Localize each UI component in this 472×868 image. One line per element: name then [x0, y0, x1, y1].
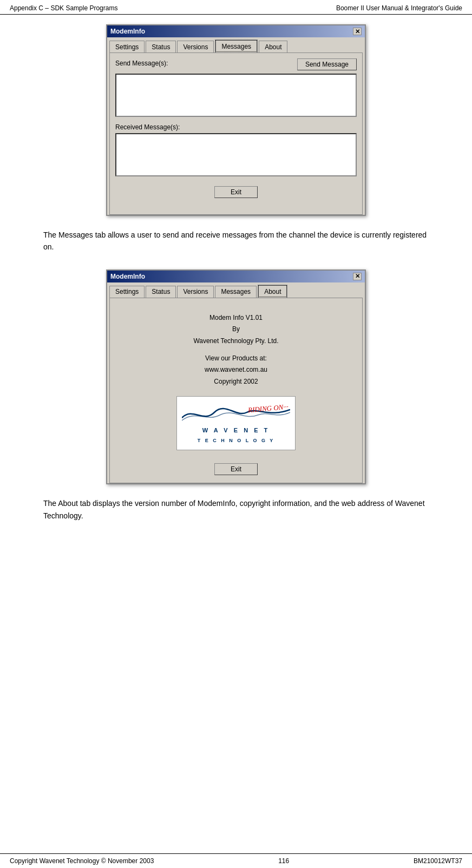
footer-right: BM210012WT37 — [414, 857, 462, 865]
main-content: ModemInfo ✕ Settings Status Versions Mes… — [0, 15, 472, 560]
about-tab-bar: Settings Status Versions Messages About — [107, 282, 365, 298]
about-content-area: Modem Info V1.01 By Wavenet Technology P… — [115, 304, 357, 461]
about-line-6: Copyright 2002 — [121, 376, 351, 388]
about-tab-content: Modem Info V1.01 By Wavenet Technology P… — [109, 298, 363, 484]
footer-center: 116 — [278, 857, 289, 865]
tab-settings-2[interactable]: Settings — [109, 286, 145, 298]
messages-tab-content: Send Message(s): Send Message Received M… — [109, 52, 363, 215]
tab-status-1[interactable]: Status — [146, 41, 176, 52]
wavenet-text: W A V E N E T — [202, 425, 270, 436]
about-dialog-titlebar: ModemInfo ✕ — [107, 271, 365, 282]
about-exit-button[interactable]: Exit — [214, 463, 258, 475]
send-message-button[interactable]: Send Message — [297, 58, 357, 70]
messages-dialog-title: ModemInfo — [110, 28, 145, 35]
messages-dialog: ModemInfo ✕ Settings Status Versions Mes… — [106, 24, 366, 216]
header-left: Appendix C – SDK Sample Programs — [10, 4, 117, 12]
send-label: Send Message(s): — [115, 60, 168, 67]
about-close-button[interactable]: ✕ — [353, 273, 362, 280]
about-line-5: www.wavenet.com.au — [121, 364, 351, 376]
messages-description: The Messages tab allows a user to send a… — [43, 229, 429, 253]
footer-left: Copyright Wavenet Technology © November … — [10, 857, 154, 865]
send-message-textarea[interactable] — [115, 74, 357, 117]
messages-exit-button[interactable]: Exit — [214, 186, 258, 198]
about-description: The About tab displays the version numbe… — [43, 497, 429, 522]
header-right: Boomer II User Manual & Integrator's Gui… — [336, 4, 462, 12]
tab-versions-1[interactable]: Versions — [177, 41, 214, 52]
received-message-textarea[interactable] — [115, 133, 357, 176]
about-dialog: ModemInfo ✕ Settings Status Versions Mes… — [106, 269, 366, 485]
wavenet-subtext: T E C H N O L O G Y — [198, 436, 275, 445]
tab-about-1[interactable]: About — [259, 41, 287, 52]
tab-messages-1[interactable]: Messages — [215, 40, 258, 52]
messages-close-button[interactable]: ✕ — [353, 28, 362, 35]
tab-messages-2[interactable]: Messages — [215, 286, 257, 298]
about-line-1: By — [121, 324, 351, 336]
page-header: Appendix C – SDK Sample Programs Boomer … — [0, 0, 472, 15]
about-line-0: Modem Info V1.01 — [121, 312, 351, 324]
tab-versions-2[interactable]: Versions — [177, 286, 214, 298]
wavenet-logo: RIDING ON··· W A V E N E T T E C H N O L… — [176, 396, 296, 450]
about-spacer-1 — [121, 347, 351, 353]
tab-status-2[interactable]: Status — [146, 286, 176, 298]
tab-settings-1[interactable]: Settings — [109, 41, 145, 52]
received-label: Received Message(s): — [115, 123, 357, 131]
page-footer: Copyright Wavenet Technology © November … — [0, 853, 472, 868]
about-line-2: Wavenet Technology Pty. Ltd. — [121, 336, 351, 347]
messages-exit-row: Exit — [115, 183, 357, 200]
messages-dialog-titlebar: ModemInfo ✕ — [107, 25, 365, 37]
about-dialog-wrapper: ModemInfo ✕ Settings Status Versions Mes… — [43, 269, 429, 485]
send-row: Send Message(s): Send Message — [115, 58, 357, 70]
messages-tab-bar: Settings Status Versions Messages About — [107, 37, 365, 52]
messages-dialog-wrapper: ModemInfo ✕ Settings Status Versions Mes… — [43, 24, 429, 216]
tab-about-2[interactable]: About — [258, 285, 287, 298]
about-exit-row: Exit — [115, 460, 357, 477]
about-dialog-title: ModemInfo — [110, 273, 145, 280]
about-line-4: View our Products at: — [121, 353, 351, 365]
